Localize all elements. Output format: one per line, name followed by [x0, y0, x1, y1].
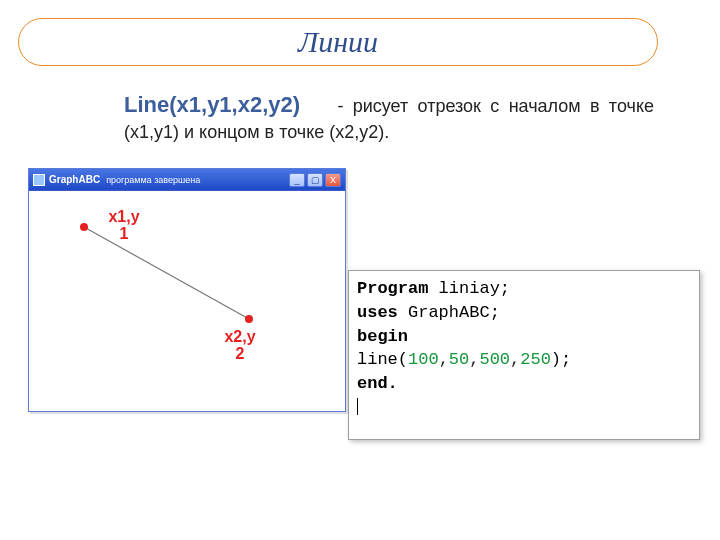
- p2-label-line2: 2: [236, 345, 245, 362]
- kw-begin: begin: [357, 327, 408, 346]
- kw-program: Program: [357, 279, 428, 298]
- point-start: [80, 223, 88, 231]
- text-cursor: [357, 398, 358, 415]
- p2-label-line1: x2,y: [224, 328, 255, 345]
- graphabc-canvas: x1,y 1 x2,y 2: [29, 191, 345, 411]
- program-name: liniay;: [428, 279, 510, 298]
- minimize-button[interactable]: _: [289, 173, 305, 187]
- line-call-open: line(: [357, 350, 408, 369]
- function-signature: Line(x1,y1,x2,y2): [124, 92, 300, 117]
- line-call-close: );: [551, 350, 571, 369]
- app-icon: [33, 174, 45, 186]
- graphabc-subtitle: программа завершена: [106, 175, 200, 185]
- kw-uses: uses: [357, 303, 398, 322]
- maximize-button[interactable]: ▢: [307, 173, 323, 187]
- p1-label-line1: x1,y: [108, 208, 139, 225]
- close-button[interactable]: X: [325, 173, 341, 187]
- graphabc-window: GraphABC программа завершена _ ▢ X x1,y …: [28, 168, 346, 412]
- slide-title: Линии: [298, 25, 378, 59]
- window-buttons: _ ▢ X: [289, 173, 341, 187]
- graphabc-app-name: GraphABC: [49, 174, 100, 185]
- p1-label-line2: 1: [120, 225, 129, 242]
- slide-title-pill: Линии: [18, 18, 658, 66]
- arg-1: 100: [408, 350, 439, 369]
- code-window: Program liniay; uses GraphABC; begin lin…: [348, 270, 700, 440]
- line-drawing: [29, 191, 347, 413]
- uses-name: GraphABC;: [398, 303, 500, 322]
- arg-4: 250: [520, 350, 551, 369]
- arg-3: 500: [479, 350, 510, 369]
- graphabc-titlebar[interactable]: GraphABC программа завершена _ ▢ X: [29, 169, 345, 191]
- point-end: [245, 315, 253, 323]
- point-end-label: x2,y 2: [215, 329, 265, 363]
- description: Line(x1,y1,x2,y2) - рисует отрезок с нач…: [124, 90, 654, 144]
- kw-end: end.: [357, 374, 398, 393]
- point-start-label: x1,y 1: [99, 209, 149, 243]
- arg-2: 50: [449, 350, 469, 369]
- code-content[interactable]: Program liniay; uses GraphABC; begin lin…: [349, 271, 699, 426]
